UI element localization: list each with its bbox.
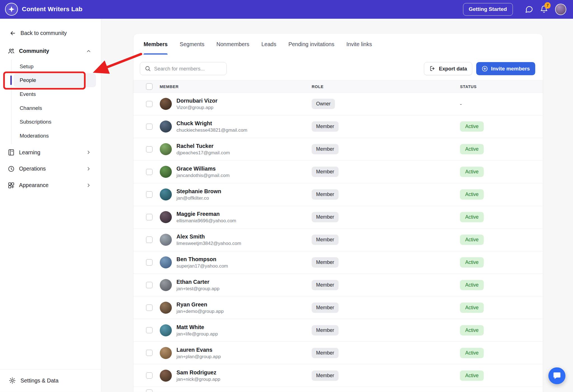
row-checkbox[interactable] <box>146 304 152 311</box>
sidebar-subitem[interactable]: People <box>14 73 96 87</box>
chat-launcher-button[interactable] <box>548 367 565 384</box>
table-header-row: MEMBER ROLE STATUS <box>133 80 543 93</box>
export-data-button[interactable]: Export data <box>424 62 472 75</box>
role-badge: Member <box>312 303 339 313</box>
row-checkbox[interactable] <box>146 350 152 356</box>
member-name: Rachel Tucker <box>177 143 230 150</box>
chat-bubble-icon <box>525 5 533 13</box>
back-to-community-link[interactable]: Back to community <box>0 28 101 39</box>
table-row[interactable]: Matt White jan+life@group.app Member Act… <box>133 319 543 342</box>
member-name: Ryan Green <box>177 301 224 308</box>
getting-started-button[interactable]: Getting Started <box>463 3 513 16</box>
row-checkbox[interactable] <box>146 146 152 152</box>
tab[interactable]: Members <box>144 34 168 54</box>
table-row[interactable]: Maggie Freeman ellismania9696@yahoo.com … <box>133 206 543 229</box>
notifications-button[interactable]: 7 <box>540 5 548 13</box>
table-row[interactable]: Lauren Evans jan+plan@group.app Member A… <box>133 342 543 364</box>
member-name: Stephanie Brown <box>177 188 221 195</box>
status-badge: Active <box>460 144 484 154</box>
member-name: Lauren Evans <box>177 346 221 353</box>
settings-and-data-link[interactable]: Settings & Data <box>0 369 101 392</box>
role-badge: Member <box>312 370 339 381</box>
sidebar-subitem-label: Setup <box>20 63 33 70</box>
settings-label: Settings & Data <box>20 377 58 384</box>
row-checkbox[interactable] <box>146 259 152 265</box>
table-row[interactable]: Alex Smith limesweetjm3842@yahoo.com Mem… <box>133 229 543 251</box>
member-email: jan+nick@group.app <box>177 377 220 382</box>
shell: Back to community Community Setup People… <box>0 19 573 392</box>
member-avatar <box>160 370 172 382</box>
app-logo[interactable] <box>5 3 18 16</box>
tab-label: Leads <box>261 41 276 48</box>
sidebar-subitem[interactable]: Events <box>14 87 96 101</box>
tab[interactable]: Nonmembers <box>217 34 250 54</box>
row-checkbox[interactable] <box>146 389 152 392</box>
chevron-right-icon <box>86 166 91 172</box>
members-card: Members Segments Nonmembers Leads Pendin… <box>133 34 543 392</box>
plus-circle-icon <box>482 65 488 72</box>
member-cell: Dornubari Vizor Vizor@group.app <box>160 97 312 110</box>
sidebar-subitem[interactable]: Channels <box>14 101 96 115</box>
member-email: jan+life@group.app <box>177 331 218 337</box>
back-label: Back to community <box>20 30 67 36</box>
table-row[interactable]: Ethan Carter jan+test@group.app Member A… <box>133 274 543 296</box>
row-checkbox[interactable] <box>146 214 152 220</box>
select-all-checkbox[interactable] <box>146 83 152 89</box>
row-checkbox[interactable] <box>146 327 152 333</box>
sidebar-item-label: Operations <box>19 166 82 172</box>
gear-icon <box>9 377 16 384</box>
table-row[interactable]: Rachel Tucker djpeaches17@gmail.com Memb… <box>133 138 543 161</box>
table-row[interactable]: Dornubari Vizor Vizor@group.app Owner - <box>133 93 543 115</box>
row-checkbox[interactable] <box>146 282 152 288</box>
sidebar-item-label: Learning <box>19 149 82 156</box>
notification-count-badge: 7 <box>544 2 551 8</box>
table-row[interactable]: Sam Rodriguez jan+nick@group.app Member … <box>133 364 543 387</box>
status-badge: Active <box>460 280 484 290</box>
row-checkbox[interactable] <box>146 169 152 175</box>
user-avatar[interactable] <box>555 4 566 15</box>
sidebar-item-appearance[interactable]: Appearance <box>0 177 101 193</box>
sidebar-subitem[interactable]: Moderations <box>14 129 96 143</box>
sidebar-subitem-label: People <box>20 77 36 83</box>
tab[interactable]: Leads <box>261 34 276 54</box>
row-checkbox[interactable] <box>146 191 152 197</box>
member-cell: Rachel Tucker djpeaches17@gmail.com <box>160 143 312 156</box>
status-badge: Active <box>460 370 484 381</box>
invite-members-button[interactable]: Invite members <box>476 62 536 75</box>
search-icon <box>145 65 151 72</box>
row-checkbox[interactable] <box>146 124 152 130</box>
sidebar-subitem[interactable]: Setup <box>14 60 96 74</box>
member-email: superjan17@yahoo.com <box>177 263 228 269</box>
table-row[interactable]: Stephanie Brown jan@offkilter.co Member … <box>133 183 543 206</box>
role-badge: Member <box>312 144 339 154</box>
table-row[interactable]: Chuck Wright chuckiechesse43821@gmail.co… <box>133 115 543 138</box>
messages-button[interactable] <box>525 5 533 13</box>
tab-label: Members <box>144 41 168 48</box>
table-row[interactable]: Grace Williams jancandothis@gmail.com Me… <box>133 161 543 183</box>
sidebar-section-community[interactable]: Community <box>0 44 101 58</box>
sidebar-item-operations[interactable]: Operations <box>0 161 101 177</box>
role-badge: Owner <box>312 99 335 109</box>
tab[interactable]: Segments <box>180 34 204 54</box>
member-cell: Ryan Green jan+demo@group.app <box>160 301 312 314</box>
row-checkbox[interactable] <box>146 237 152 243</box>
row-checkbox[interactable] <box>146 101 152 107</box>
status-badge: Active <box>460 235 484 245</box>
member-avatar <box>160 98 172 110</box>
table-row[interactable]: Ryan Green jan+demo@group.app Member Act… <box>133 296 543 319</box>
table-row-partial <box>133 387 543 392</box>
tab[interactable]: Pending invitations <box>288 34 334 54</box>
member-avatar <box>160 347 172 359</box>
row-checkbox[interactable] <box>146 372 152 379</box>
member-name: Sam Rodriguez <box>177 369 220 376</box>
role-badge: Member <box>312 189 339 200</box>
tab[interactable]: Invite links <box>346 34 372 54</box>
sidebar-item-learning[interactable]: Learning <box>0 144 101 161</box>
tab-label: Nonmembers <box>217 41 250 48</box>
sidebar-subitem[interactable]: Subscriptions <box>14 115 96 129</box>
table-row[interactable]: Ben Thompson superjan17@yahoo.com Member… <box>133 251 543 274</box>
search-members-input[interactable] <box>154 66 222 72</box>
member-name: Chuck Wright <box>177 120 247 127</box>
column-header-member: MEMBER <box>160 84 312 89</box>
sidebar-subitem-label: Channels <box>20 105 42 111</box>
